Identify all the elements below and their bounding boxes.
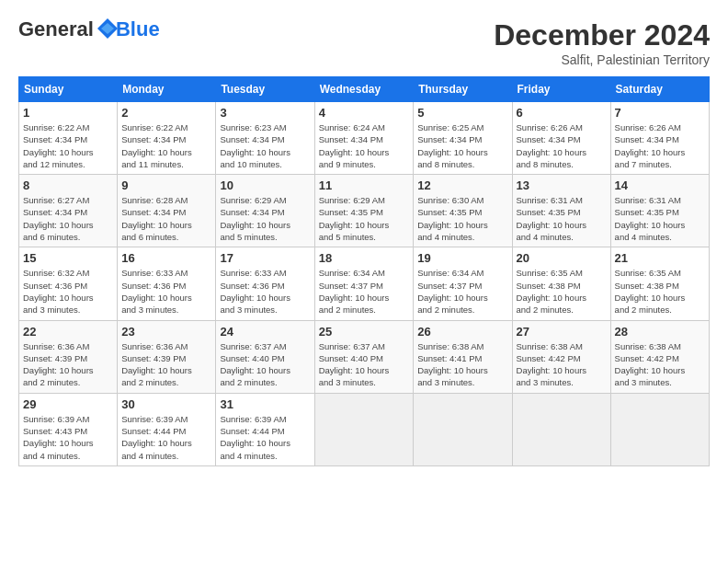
day-number: 14 [615,178,705,192]
day-cell: 27 Sunrise: 6:38 AMSunset: 4:42 PMDaylig… [512,320,610,393]
col-tuesday: Tuesday [216,77,314,102]
day-number: 24 [220,325,310,339]
day-info: Sunrise: 6:26 AMSunset: 4:34 PMDaylight:… [615,121,705,170]
day-cell: 20 Sunrise: 6:35 AMSunset: 4:38 PMDaylig… [512,247,610,320]
day-number: 21 [615,251,705,265]
day-cell: 24 Sunrise: 6:37 AMSunset: 4:40 PMDaylig… [216,320,314,393]
table-row: 8 Sunrise: 6:27 AMSunset: 4:34 PMDayligh… [19,175,710,247]
col-wednesday: Wednesday [314,77,414,102]
day-info: Sunrise: 6:35 AMSunset: 4:38 PMDaylight:… [615,267,705,316]
day-cell: 7 Sunrise: 6:26 AMSunset: 4:34 PMDayligh… [610,102,709,175]
day-info: Sunrise: 6:34 AMSunset: 4:37 PMDaylight:… [417,267,507,316]
day-cell: 16 Sunrise: 6:33 AMSunset: 4:36 PMDaylig… [118,247,216,320]
day-number: 16 [121,251,211,265]
day-number: 31 [220,397,310,411]
day-cell: 12 Sunrise: 6:30 AMSunset: 4:35 PMDaylig… [414,175,512,247]
day-number: 11 [319,178,410,192]
day-number: 15 [23,251,113,265]
day-info: Sunrise: 6:28 AMSunset: 4:34 PMDaylight:… [121,194,211,243]
day-info: Sunrise: 6:29 AMSunset: 4:35 PMDaylight:… [319,194,410,243]
day-cell: 26 Sunrise: 6:38 AMSunset: 4:41 PMDaylig… [414,320,512,393]
day-number: 4 [319,106,410,120]
empty-cell [610,393,709,465]
day-number: 7 [615,106,705,120]
day-info: Sunrise: 6:24 AMSunset: 4:34 PMDaylight:… [319,121,410,170]
table-row: 15 Sunrise: 6:32 AMSunset: 4:36 PMDaylig… [19,247,710,320]
day-info: Sunrise: 6:37 AMSunset: 4:40 PMDaylight:… [220,340,310,389]
day-cell: 10 Sunrise: 6:29 AMSunset: 4:34 PMDaylig… [216,175,314,247]
day-cell: 30 Sunrise: 6:39 AMSunset: 4:44 PMDaylig… [118,393,216,465]
day-number: 27 [517,325,607,339]
month-title: December 2024 [494,18,710,52]
day-cell: 17 Sunrise: 6:33 AMSunset: 4:36 PMDaylig… [216,247,314,320]
day-info: Sunrise: 6:31 AMSunset: 4:35 PMDaylight:… [517,194,607,243]
day-info: Sunrise: 6:39 AMSunset: 4:44 PMDaylight:… [121,413,211,462]
day-cell: 13 Sunrise: 6:31 AMSunset: 4:35 PMDaylig… [512,175,610,247]
day-cell: 1 Sunrise: 6:22 AMSunset: 4:34 PMDayligh… [19,102,118,175]
day-number: 3 [220,106,310,120]
day-number: 10 [220,178,310,192]
day-cell: 5 Sunrise: 6:25 AMSunset: 4:34 PMDayligh… [414,102,512,175]
day-info: Sunrise: 6:32 AMSunset: 4:36 PMDaylight:… [23,267,113,316]
day-number: 18 [319,251,410,265]
day-number: 2 [121,106,211,120]
day-number: 5 [417,106,507,120]
day-info: Sunrise: 6:27 AMSunset: 4:34 PMDaylight:… [23,194,113,243]
location: Salfit, Palestinian Territory [494,52,710,67]
day-number: 6 [517,106,607,120]
day-cell: 11 Sunrise: 6:29 AMSunset: 4:35 PMDaylig… [314,175,414,247]
day-info: Sunrise: 6:38 AMSunset: 4:42 PMDaylight:… [615,340,705,389]
logo: General Blue [18,18,160,40]
day-cell: 18 Sunrise: 6:34 AMSunset: 4:37 PMDaylig… [314,247,414,320]
day-cell: 31 Sunrise: 6:39 AMSunset: 4:44 PMDaylig… [216,393,314,465]
day-number: 20 [517,251,607,265]
day-cell: 22 Sunrise: 6:36 AMSunset: 4:39 PMDaylig… [19,320,118,393]
col-monday: Monday [118,77,216,102]
logo-blue-text: Blue [116,18,160,40]
day-info: Sunrise: 6:36 AMSunset: 4:39 PMDaylight:… [23,340,113,389]
day-number: 23 [121,325,211,339]
day-number: 29 [23,397,113,411]
day-info: Sunrise: 6:38 AMSunset: 4:42 PMDaylight:… [517,340,607,389]
day-info: Sunrise: 6:36 AMSunset: 4:39 PMDaylight:… [121,340,211,389]
day-number: 26 [417,325,507,339]
day-cell: 14 Sunrise: 6:31 AMSunset: 4:35 PMDaylig… [610,175,709,247]
day-cell: 8 Sunrise: 6:27 AMSunset: 4:34 PMDayligh… [19,175,118,247]
day-cell: 19 Sunrise: 6:34 AMSunset: 4:37 PMDaylig… [414,247,512,320]
title-area: December 2024 Salfit, Palestinian Territ… [494,18,710,67]
day-info: Sunrise: 6:39 AMSunset: 4:43 PMDaylight:… [23,413,113,462]
day-info: Sunrise: 6:25 AMSunset: 4:34 PMDaylight:… [417,121,507,170]
day-cell: 6 Sunrise: 6:26 AMSunset: 4:34 PMDayligh… [512,102,610,175]
col-thursday: Thursday [414,77,512,102]
calendar-table: Sunday Monday Tuesday Wednesday Thursday… [18,76,710,466]
day-number: 19 [417,251,507,265]
empty-cell [512,393,610,465]
day-cell: 3 Sunrise: 6:23 AMSunset: 4:34 PMDayligh… [216,102,314,175]
table-row: 22 Sunrise: 6:36 AMSunset: 4:39 PMDaylig… [19,320,710,393]
day-cell: 28 Sunrise: 6:38 AMSunset: 4:42 PMDaylig… [610,320,709,393]
col-friday: Friday [512,77,610,102]
table-row: 1 Sunrise: 6:22 AMSunset: 4:34 PMDayligh… [19,102,710,175]
empty-cell [314,393,414,465]
col-sunday: Sunday [19,77,118,102]
day-info: Sunrise: 6:39 AMSunset: 4:44 PMDaylight:… [220,413,310,462]
day-number: 30 [121,397,211,411]
day-info: Sunrise: 6:35 AMSunset: 4:38 PMDaylight:… [517,267,607,316]
day-info: Sunrise: 6:33 AMSunset: 4:36 PMDaylight:… [121,267,211,316]
logo-text: General [18,18,119,40]
day-number: 25 [319,325,410,339]
day-info: Sunrise: 6:33 AMSunset: 4:36 PMDaylight:… [220,267,310,316]
day-cell: 4 Sunrise: 6:24 AMSunset: 4:34 PMDayligh… [314,102,414,175]
day-info: Sunrise: 6:37 AMSunset: 4:40 PMDaylight:… [319,340,410,389]
header: General Blue December 2024 Salfit, Pales… [18,18,710,67]
day-cell: 25 Sunrise: 6:37 AMSunset: 4:40 PMDaylig… [314,320,414,393]
day-info: Sunrise: 6:29 AMSunset: 4:34 PMDaylight:… [220,194,310,243]
day-number: 8 [23,178,113,192]
day-number: 13 [517,178,607,192]
day-cell: 9 Sunrise: 6:28 AMSunset: 4:34 PMDayligh… [118,175,216,247]
day-number: 22 [23,325,113,339]
day-cell: 2 Sunrise: 6:22 AMSunset: 4:34 PMDayligh… [118,102,216,175]
day-number: 17 [220,251,310,265]
day-info: Sunrise: 6:26 AMSunset: 4:34 PMDaylight:… [517,121,607,170]
table-row: 29 Sunrise: 6:39 AMSunset: 4:43 PMDaylig… [19,393,710,465]
